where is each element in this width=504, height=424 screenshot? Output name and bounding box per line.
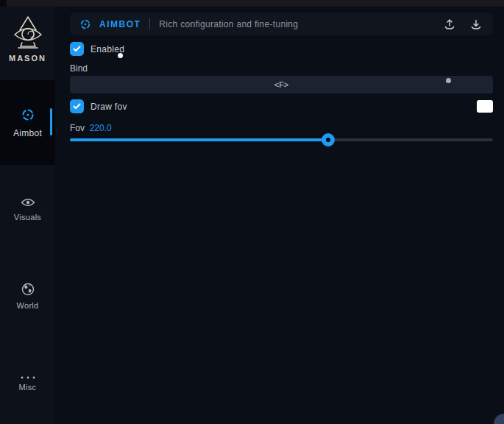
crosshair-icon <box>20 107 36 123</box>
upload-icon <box>444 18 455 30</box>
sidebar-item-label: Aimbot <box>13 128 42 138</box>
page-subtitle: Rich configuration and fine-tuning <box>159 19 431 29</box>
main-panel: AIMBOT Rich configuration and fine-tunin… <box>55 7 504 424</box>
masonic-eye-icon <box>9 13 47 52</box>
sidebar-item-label: Visuals <box>14 213 41 222</box>
window-top-strip <box>0 0 504 7</box>
fov-value: 220.0 <box>90 123 112 133</box>
sidebar-item-world[interactable]: World <box>0 276 55 316</box>
download-icon <box>470 18 482 30</box>
crosshair-icon <box>79 18 92 31</box>
ellipsis-icon <box>20 375 36 380</box>
checkmark-icon <box>73 46 81 52</box>
sidebar-item-aimbot[interactable]: Aimbot <box>0 80 55 165</box>
draw-fov-row: Draw fov <box>70 99 127 113</box>
fov-slider-fill <box>70 138 328 141</box>
checkmark-icon <box>73 103 81 110</box>
fov-label: Fov <box>70 123 87 133</box>
brand-logo: MASON <box>0 13 55 63</box>
fov-slider[interactable] <box>70 133 493 146</box>
draw-fov-label: Draw fov <box>90 102 127 112</box>
sidebar-item-misc[interactable]: Misc <box>0 366 55 401</box>
window-top-corner <box>0 0 7 7</box>
sidebar-item-label: Misc <box>19 383 37 392</box>
sidebar: MASON Aimbot Visuals World <box>0 7 55 424</box>
active-tab-indicator <box>50 108 52 135</box>
enabled-row: Enabled <box>70 42 124 56</box>
brand-name: MASON <box>9 54 46 63</box>
fov-color-swatch[interactable] <box>477 100 493 113</box>
upload-config-button[interactable] <box>441 18 458 31</box>
bind-label: Bind <box>70 63 88 74</box>
globe-icon <box>21 283 35 296</box>
fov-slider-thumb[interactable] <box>322 133 335 146</box>
cursor-dot-secondary <box>446 78 451 83</box>
eye-icon <box>21 197 35 208</box>
fov-slider-caption: Fov 220.0 <box>70 123 112 133</box>
download-config-button[interactable] <box>468 18 484 31</box>
page-title: AIMBOT <box>99 19 141 29</box>
header-divider <box>149 18 150 29</box>
page-header: AIMBOT Rich configuration and fine-tunin… <box>70 13 493 35</box>
draw-fov-checkbox[interactable] <box>70 99 84 113</box>
enabled-checkbox[interactable] <box>70 42 84 56</box>
bind-keybind-field[interactable]: <F> <box>70 76 493 93</box>
cursor-dot <box>118 53 123 58</box>
sidebar-item-visuals[interactable]: Visuals <box>0 189 55 229</box>
sidebar-item-label: World <box>16 301 38 310</box>
